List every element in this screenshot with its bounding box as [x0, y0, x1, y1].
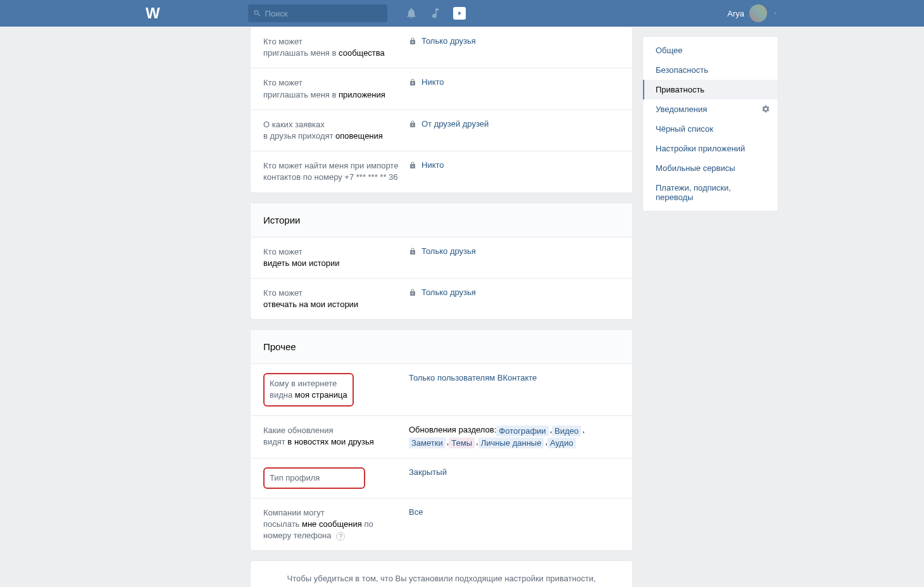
sidebar: ОбщееБезопасностьПриватностьУведомленияЧ… — [642, 27, 778, 587]
video-icon[interactable] — [453, 7, 466, 20]
search-icon — [253, 9, 261, 18]
profile-type-row: Тип профиля Закрытый — [251, 458, 632, 498]
avatar — [749, 4, 767, 22]
privacy-value[interactable]: От друзей друзей — [421, 119, 489, 129]
main-content: Кто можетприглашать меня в сообществаТол… — [250, 27, 633, 587]
user-name: Arya — [727, 9, 744, 18]
user-menu[interactable]: Arya — [727, 4, 778, 22]
nav-item[interactable]: Безопасность — [643, 60, 778, 80]
chevron-down-icon — [772, 10, 778, 16]
privacy-row: Кто можетприглашать меня в приложенияНик… — [251, 68, 632, 110]
page-visibility-value[interactable]: Только пользователям ВКонтакте — [409, 373, 537, 382]
lock-icon — [409, 79, 416, 86]
search-box[interactable] — [248, 4, 387, 22]
gear-icon[interactable] — [761, 104, 770, 113]
lock-icon — [409, 120, 416, 128]
search-input[interactable] — [265, 9, 382, 18]
nav-item[interactable]: Мобильные сервисы — [643, 158, 778, 178]
vk-logo[interactable]: W — [146, 4, 159, 22]
lock-icon — [409, 248, 416, 255]
music-icon[interactable] — [429, 7, 442, 20]
companies-value[interactable]: Все — [409, 507, 423, 517]
help-icon[interactable]: ? — [336, 532, 345, 541]
section-title-other: Прочее — [251, 330, 632, 364]
contact-settings-panel: Кто можетприглашать меня в сообществаТол… — [250, 27, 633, 193]
nav-item[interactable]: Чёрный список — [643, 119, 778, 139]
nav-item[interactable]: Настройки приложений — [643, 139, 778, 158]
page-visibility-row: Кому в интернете видна моя страница Толь… — [251, 364, 632, 415]
privacy-row: Кто может найти меня при импортеконтакто… — [251, 151, 632, 192]
footer-text: Чтобы убедиться в том, что Вы установили… — [287, 574, 596, 583]
privacy-row: Кто можетприглашать меня в сообществаТол… — [251, 27, 632, 68]
section-title-stories: Истории — [251, 203, 632, 237]
update-tag[interactable]: Темы — [449, 438, 475, 448]
nav-item[interactable]: Приватность — [643, 80, 778, 99]
privacy-value[interactable]: Только друзья — [421, 246, 476, 256]
lock-icon — [409, 161, 416, 169]
privacy-row: Кто можетвидеть мои историиТолько друзья — [251, 237, 632, 279]
update-tag[interactable]: Видео — [552, 426, 581, 436]
companies-row: Компании могут посылать мне сообщения по… — [251, 498, 632, 551]
stories-panel: Истории Кто можетвидеть мои историиТольк… — [250, 203, 633, 320]
update-tag[interactable]: Заметки — [409, 438, 446, 448]
notifications-icon[interactable] — [405, 7, 418, 20]
footer-panel: Чтобы убедиться в том, что Вы установили… — [250, 560, 633, 587]
update-tag[interactable]: Аудио — [547, 438, 576, 448]
highlight-box: Кому в интернете видна моя страница — [263, 373, 354, 406]
privacy-row: Кто можетотвечать на мои историиТолько д… — [251, 279, 632, 319]
privacy-value[interactable]: Никто — [421, 160, 444, 170]
privacy-value[interactable]: Только друзья — [421, 36, 476, 46]
header: W Arya — [0, 0, 924, 27]
update-tag[interactable]: Личные данные — [478, 438, 544, 448]
privacy-value[interactable]: Никто — [421, 77, 444, 87]
update-tag[interactable]: Фотографии — [496, 426, 548, 436]
privacy-value[interactable]: Только друзья — [421, 287, 476, 297]
privacy-row: О каких заявкахв друзья приходят оповеще… — [251, 110, 632, 151]
updates-prefix: Обновления разделов: — [409, 425, 496, 434]
nav-panel: ОбщееБезопасностьПриватностьУведомленияЧ… — [642, 36, 778, 211]
other-panel: Прочее Кому в интернете видна моя страни… — [250, 329, 633, 551]
highlight-box: Тип профиля — [263, 467, 365, 489]
nav-item[interactable]: Общее — [643, 41, 778, 60]
lock-icon — [409, 37, 416, 45]
nav-item[interactable]: Платежи, подписки, переводы — [643, 178, 778, 207]
nav-item[interactable]: Уведомления — [643, 99, 778, 119]
updates-row: Какие обновления видят в новостях мои др… — [251, 416, 632, 458]
lock-icon — [409, 289, 416, 296]
profile-type-value[interactable]: Закрытый — [409, 467, 447, 477]
